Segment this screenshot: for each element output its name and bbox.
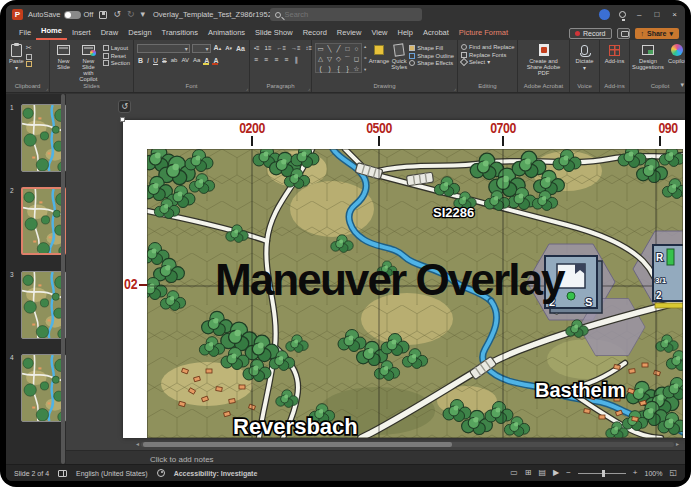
decrease-font-button[interactable]: A▾ [224, 43, 233, 53]
shape-icon-line1[interactable]: ╲ [325, 44, 334, 54]
shape-icon-arc[interactable]: ⌒ [343, 54, 352, 64]
collapse-ribbon-icon[interactable]: ▾ [680, 81, 684, 89]
new-slide-button[interactable]: New Slide [53, 43, 74, 70]
slide-thumbnail-2-selected[interactable] [21, 187, 66, 255]
undo-icon[interactable]: ↺ [113, 10, 121, 19]
create-pdf-button[interactable]: Create and Share Adobe PDF [521, 43, 566, 76]
shape-effects-button[interactable]: Shape Effects [409, 60, 454, 66]
tab-slide-show[interactable]: Slide Show [250, 26, 298, 40]
tab-view[interactable]: View [366, 26, 392, 40]
rotate-handle-icon[interactable]: ↺ [118, 100, 131, 113]
align-center-button[interactable]: ≡ [263, 55, 269, 64]
increase-font-button[interactable]: A▴ [213, 43, 223, 53]
thumbnail-scrollbar[interactable] [61, 94, 65, 464]
scroll-left-icon[interactable]: ◂ [136, 441, 139, 448]
shapes-gallery-scrollbar[interactable]: ▴ = ▾ [364, 43, 367, 73]
dictate-button[interactable]: Dictate ▾ [575, 43, 593, 71]
search-box[interactable] [270, 8, 422, 21]
gallery-up-icon[interactable]: ▴ [364, 44, 367, 49]
scrollbar-track[interactable] [141, 442, 674, 447]
zoom-slider-knob[interactable] [602, 470, 605, 477]
replace-fonts-button[interactable]: Replace Fonts [461, 52, 514, 58]
columns-button[interactable]: ∥ [293, 55, 299, 64]
zoom-in-icon[interactable]: + [633, 468, 638, 478]
tab-help[interactable]: Help [393, 26, 418, 40]
shape-icon-square[interactable]: □ [343, 44, 352, 54]
find-replace-button[interactable]: Find and Replace [461, 44, 514, 50]
shape-icon-rounded[interactable]: ◻ [352, 54, 361, 64]
unit-counter-2[interactable]: R 3/1 2 [653, 245, 683, 308]
change-case-button[interactable]: Aa [192, 55, 201, 65]
slide-thumbnail-1[interactable] [21, 104, 66, 172]
clear-formatting-button[interactable]: Aa [235, 44, 246, 53]
strikethrough-button[interactable]: S [161, 56, 168, 65]
increase-indent-button[interactable]: →≡ [290, 43, 302, 53]
bullets-button[interactable]: •≡ [253, 43, 261, 53]
shape-outline-button[interactable]: Shape Outline [409, 53, 454, 59]
addins-button[interactable]: Add-ins [605, 43, 625, 64]
copy-icon[interactable] [26, 54, 32, 60]
customize-qat-icon[interactable]: ▾ [141, 10, 146, 19]
lightbulb-icon[interactable] [619, 11, 626, 18]
search-input[interactable] [285, 10, 405, 19]
zoom-out-icon[interactable]: − [566, 468, 571, 478]
tab-record[interactable]: Record [298, 26, 332, 40]
view-normal-icon[interactable]: ▭ [510, 468, 518, 478]
numbering-button[interactable]: 1≡ [264, 43, 273, 53]
paragraph-dialog-launcher-icon[interactable]: ⌟ [308, 86, 310, 91]
shape-icon-paren-left[interactable]: ( [316, 64, 325, 74]
paste-button[interactable]: Paste ▾ [9, 43, 24, 71]
shape-icon-rect[interactable]: ▭ [316, 44, 325, 54]
highlight-color-button[interactable]: A [203, 56, 210, 65]
shape-icon-paren-right[interactable]: ) [325, 64, 334, 74]
selection-handle[interactable] [120, 117, 125, 122]
notes-pane[interactable]: Click to add notes [66, 450, 685, 464]
maximize-button[interactable]: □ [652, 10, 661, 19]
select-button[interactable]: Select▾ [461, 59, 514, 65]
tab-insert[interactable]: Insert [67, 26, 96, 40]
shape-icon-circle[interactable]: ○ [352, 44, 361, 54]
gallery-more-icon[interactable]: = [364, 56, 367, 61]
record-button[interactable]: Record [569, 28, 612, 39]
italic-button[interactable]: I [146, 56, 150, 65]
new-slide-copilot-button[interactable]: New Slide with Copilot [76, 43, 101, 82]
tab-review[interactable]: Review [332, 26, 367, 40]
quick-styles-button[interactable]: Quick Styles [391, 43, 407, 70]
shape-icon-brace-right[interactable]: } [343, 64, 352, 74]
view-slideshow-icon[interactable]: ▶ [553, 468, 559, 478]
font-size-combo[interactable]: ▾ [192, 44, 211, 53]
shape-icon-line2[interactable]: ╱ [334, 44, 343, 54]
view-reading-icon[interactable]: ▤ [538, 468, 546, 478]
layout-button[interactable]: Layout [103, 45, 130, 51]
save-icon[interactable] [99, 11, 107, 19]
view-slide-sorter-icon[interactable]: ⊞ [525, 468, 532, 478]
arrange-button[interactable]: Arrange [369, 43, 390, 64]
horizontal-scrollbar[interactable]: ◂ ▸ [136, 441, 679, 448]
accessibility-status[interactable]: Accessibility: Investigate [174, 470, 258, 477]
minimize-button[interactable]: – [635, 10, 643, 19]
slide-editor-canvas[interactable]: ↺ 0200 0500 0700 090 02 [66, 94, 685, 464]
text-shadow-button[interactable]: ab [170, 55, 179, 65]
tab-design[interactable]: Design [123, 26, 156, 40]
justify-button[interactable]: ≡ [283, 55, 289, 64]
clipboard-dialog-launcher-icon[interactable]: ⌟ [46, 86, 48, 91]
slide-thumbnail-3[interactable] [21, 271, 66, 339]
shape-icon-star[interactable]: ☆ [352, 64, 361, 74]
shapes-gallery[interactable]: ▭ ╲ ╱ □ ○ △ ▽ ◇ ⌒ ◻ ( ) { } ☆ [315, 43, 362, 73]
account-avatar[interactable] [599, 9, 610, 20]
format-painter-icon[interactable] [26, 61, 32, 67]
shape-icon-triangle-down[interactable]: ▽ [325, 54, 334, 64]
drawing-dialog-launcher-icon[interactable]: ⌟ [454, 86, 456, 91]
tab-picture-format[interactable]: Picture Format [454, 26, 513, 40]
font-name-combo[interactable]: ▾ [137, 44, 190, 53]
zoom-slider[interactable] [578, 473, 626, 474]
character-spacing-button[interactable]: AV [180, 55, 190, 65]
tab-transitions[interactable]: Transitions [157, 26, 203, 40]
font-dialog-launcher-icon[interactable]: ⌟ [246, 86, 248, 91]
shape-icon-triangle[interactable]: △ [316, 54, 325, 64]
align-right-button[interactable]: ≡ [273, 55, 279, 64]
shape-icon-diamond[interactable]: ◇ [334, 54, 343, 64]
design-suggestions-button[interactable]: Design Suggestions [633, 43, 663, 70]
shape-fill-button[interactable]: Shape Fill [409, 45, 454, 51]
tab-animations[interactable]: Animations [203, 26, 250, 40]
